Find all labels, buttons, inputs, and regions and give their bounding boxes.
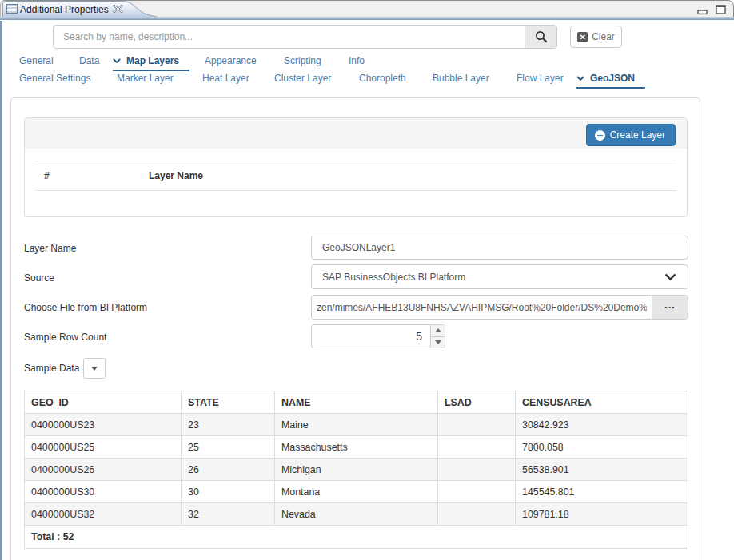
cell-name: Nevada xyxy=(275,503,438,526)
sample-row-count-label: Sample Row Count xyxy=(24,332,106,343)
layer-name-input[interactable] xyxy=(311,236,688,260)
view-tab-band xyxy=(0,17,734,20)
browse-file-button[interactable]: ... xyxy=(652,296,688,319)
cell-geo-id: 0400000US25 xyxy=(25,436,182,459)
table-row: 0400000US30 30 Montana 145545.801 xyxy=(25,481,688,503)
file-path-group: ... xyxy=(311,295,688,320)
arrow-down-icon xyxy=(435,340,441,344)
tab-cluster-layer[interactable]: Cluster Layer xyxy=(274,73,331,87)
create-layer-label: Create Layer xyxy=(610,129,665,141)
clear-x-icon: ✕ xyxy=(577,32,588,42)
search-button[interactable] xyxy=(525,26,556,48)
clear-button[interactable]: ✕ Clear xyxy=(570,26,622,48)
col-state: STATE xyxy=(182,391,275,414)
cell-censusarea: 56538.901 xyxy=(516,459,688,481)
spinner-buttons xyxy=(430,325,445,348)
layer-name-column-header: Layer Name xyxy=(149,170,676,181)
cell-lsad xyxy=(438,481,516,503)
cell-state: 23 xyxy=(182,414,275,436)
search-input[interactable] xyxy=(54,26,525,48)
cell-name: Michigan xyxy=(275,459,438,481)
layer-index-column-header: # xyxy=(36,170,149,181)
cell-lsad xyxy=(438,414,516,436)
cell-name: Massachusetts xyxy=(275,436,438,459)
source-select[interactable]: SAP BusinessObjects BI Platform xyxy=(311,264,688,289)
tab-heat-layer[interactable]: Heat Layer xyxy=(202,73,249,87)
col-name: NAME xyxy=(275,391,438,414)
window-left-border xyxy=(0,21,2,560)
sample-table-header-row: GEO_ID STATE NAME LSAD CENSUSAREA xyxy=(25,391,688,414)
spinner-up-button[interactable] xyxy=(431,325,445,337)
primary-tabstrip: General Data Map Layers Appearance Scrip… xyxy=(0,55,734,73)
cell-name: Montana xyxy=(275,481,438,503)
cell-state: 30 xyxy=(182,481,275,503)
plus-circle-icon xyxy=(595,130,605,141)
view-tab-additional-properties[interactable]: Additional Properties xyxy=(2,0,159,18)
tab-geojson[interactable]: GeoJSON xyxy=(576,73,645,89)
tab-map-layers-label: Map Layers xyxy=(126,55,179,66)
properties-table-icon xyxy=(6,4,18,14)
sample-row-count-group xyxy=(311,324,445,348)
window-title: Additional Properties xyxy=(20,4,109,15)
table-row: 0400000US26 26 Michigan 56538.901 xyxy=(25,459,688,481)
tab-flow-layer[interactable]: Flow Layer xyxy=(517,73,564,87)
table-row: 0400000US32 32 Nevada 109781.18 xyxy=(25,503,688,526)
sample-data-table: GEO_ID STATE NAME LSAD CENSUSAREA 040000… xyxy=(24,391,688,549)
table-total: Total : 52 xyxy=(25,526,688,549)
sample-data-label: Sample Data xyxy=(24,363,79,374)
chevron-down-icon xyxy=(576,73,584,84)
cell-lsad xyxy=(438,436,516,459)
tab-info[interactable]: Info xyxy=(349,55,365,70)
chevron-down-icon xyxy=(113,55,121,66)
cell-geo-id: 0400000US30 xyxy=(25,481,182,503)
tab-general[interactable]: General xyxy=(19,55,54,70)
additional-properties-window: Additional Properties ✕ Clear xyxy=(0,0,734,560)
source-label: Source xyxy=(24,272,54,284)
tab-appearance[interactable]: Appearance xyxy=(205,55,257,70)
clear-button-label: Clear xyxy=(592,31,615,42)
layer-list-box: Create Layer # Layer Name xyxy=(24,117,688,217)
tab-map-layers[interactable]: Map Layers xyxy=(113,55,189,71)
close-view-icon[interactable] xyxy=(113,4,123,14)
cell-censusarea: 145545.801 xyxy=(516,481,688,503)
select-chevron-down-icon xyxy=(664,272,676,284)
tab-general-settings[interactable]: General Settings xyxy=(19,73,90,87)
cell-name: Maine xyxy=(275,414,438,436)
layer-list-toolbar: Create Layer xyxy=(25,118,687,149)
table-row: 0400000US25 25 Massachusetts 7800.058 xyxy=(25,436,688,459)
tab-choropleth[interactable]: Choropleth xyxy=(359,73,406,87)
spinner-down-button[interactable] xyxy=(431,337,445,348)
cell-lsad xyxy=(438,459,516,481)
layer-table-header: # Layer Name xyxy=(36,161,676,191)
col-geo-id: GEO_ID xyxy=(25,391,182,414)
tab-geojson-label: GeoJSON xyxy=(590,73,635,84)
secondary-tabstrip: General Settings Marker Layer Heat Layer… xyxy=(0,73,734,90)
cell-censusarea: 7800.058 xyxy=(516,436,688,459)
source-select-value: SAP BusinessObjects BI Platform xyxy=(322,272,465,283)
file-path-input[interactable] xyxy=(312,296,652,319)
cell-censusarea: 30842.923 xyxy=(516,414,688,436)
sample-row-count-input[interactable] xyxy=(312,325,430,348)
cell-lsad xyxy=(438,503,516,526)
create-layer-button[interactable]: Create Layer xyxy=(586,124,676,146)
tab-scripting[interactable]: Scripting xyxy=(284,55,321,70)
sample-data-dropdown-button[interactable] xyxy=(83,358,106,379)
col-lsad: LSAD xyxy=(438,391,516,414)
choose-file-label: Choose File from BI Platform xyxy=(24,302,147,313)
cell-censusarea: 109781.18 xyxy=(516,503,688,526)
search-group xyxy=(53,25,557,49)
search-icon xyxy=(535,30,548,43)
cell-geo-id: 0400000US26 xyxy=(25,459,182,481)
caret-down-icon xyxy=(91,367,98,371)
layer-list-table: # Layer Name xyxy=(36,161,676,191)
table-footer-row: Total : 52 xyxy=(25,526,688,549)
tab-data[interactable]: Data xyxy=(79,55,99,70)
cell-state: 25 xyxy=(182,436,275,459)
cell-geo-id: 0400000US23 xyxy=(25,414,182,436)
tab-bubble-layer[interactable]: Bubble Layer xyxy=(433,73,489,87)
col-censusarea: CENSUSAREA xyxy=(516,391,688,414)
cell-geo-id: 0400000US32 xyxy=(25,503,182,526)
table-row: 0400000US23 23 Maine 30842.923 xyxy=(25,414,688,436)
tab-marker-layer[interactable]: Marker Layer xyxy=(117,73,174,87)
maximize-icon[interactable] xyxy=(716,3,726,18)
